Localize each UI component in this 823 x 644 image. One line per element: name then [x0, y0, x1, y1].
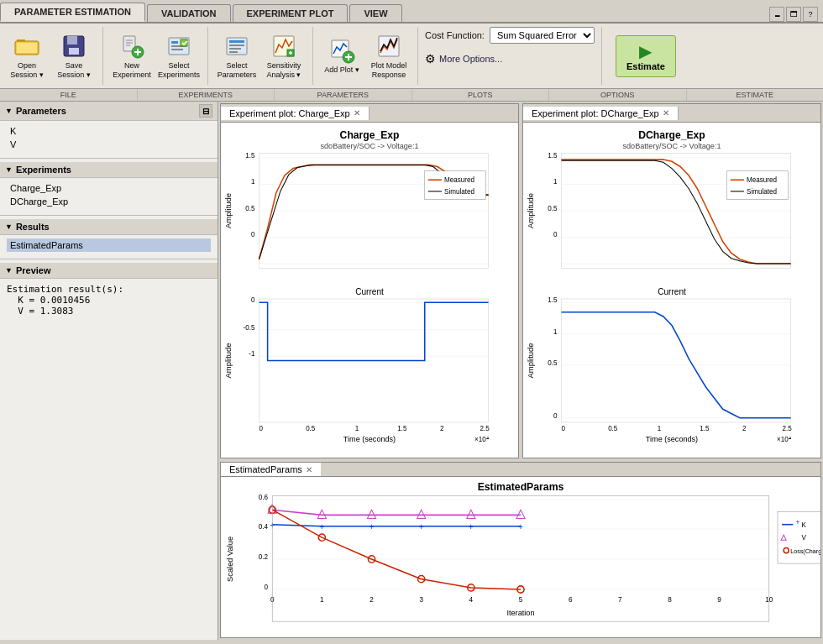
preview-line-1: Estimation result(s): [7, 284, 211, 295]
svg-rect-83 [562, 299, 791, 422]
charge-exp-close[interactable]: ✕ [354, 108, 360, 118]
dcharge-exp-close[interactable]: ✕ [663, 108, 669, 118]
experiments-items: Charge_Exp DCharge_Exp [0, 178, 218, 212]
svg-text:Amplitude: Amplitude [224, 193, 233, 228]
help-btn[interactable]: ? [803, 7, 818, 22]
estimate-button[interactable]: ▶ Estimate [616, 35, 676, 77]
new-experiment-label: NewExperiment [113, 61, 151, 80]
svg-text:0: 0 [562, 425, 566, 432]
svg-text:+: + [370, 522, 375, 531]
charge-exp-subtitle: sdoBattery/SOC -> Voltage:1 [321, 142, 419, 150]
svg-text:0.2: 0.2 [259, 553, 269, 561]
svg-rect-2 [17, 43, 37, 53]
select-parameters-button[interactable]: SelectParameters [215, 29, 259, 83]
top-plots-row: Experiment plot: Charge_Exp ✕ Charge_Exp… [218, 102, 823, 460]
section-plots: PLOTS [412, 89, 550, 101]
svg-text:4: 4 [469, 597, 474, 605]
sidebar-item-V[interactable]: V [7, 138, 211, 151]
select-experiments-icon [165, 33, 192, 60]
experiments-section-header[interactable]: ▼ Experiments [0, 162, 218, 178]
sidebar-item-K[interactable]: K [7, 124, 211, 138]
sensitivity-analysis-button[interactable]: SensitivityAnalysis ▾ [262, 29, 306, 83]
save-session-button[interactable]: SaveSession ▾ [52, 29, 96, 83]
experiments-group: NewExperiment SelectExperiments [110, 27, 208, 85]
sidebar-item-charge-exp[interactable]: Charge_Exp [7, 181, 211, 195]
experiments-arrow: ▼ [5, 165, 13, 174]
dcharge-exp-panel: Experiment plot: DCharge_Exp ✕ DCharge_E… [522, 103, 821, 458]
charge-exp-tab[interactable]: Experiment plot: Charge_Exp ✕ [221, 107, 370, 120]
plot-model-response-button[interactable]: Plot ModelResponse [367, 29, 411, 83]
select-parameters-label: SelectParameters [218, 61, 257, 80]
charge-exp-panel: Experiment plot: Charge_Exp ✕ Charge_Exp… [220, 103, 519, 458]
svg-text:0: 0 [553, 231, 558, 238]
svg-rect-20 [229, 45, 244, 46]
svg-text:V: V [802, 535, 807, 542]
parameters-collapse-btn[interactable]: ⊟ [199, 104, 212, 118]
svg-rect-4 [67, 36, 77, 45]
estimated-params-close[interactable]: ✕ [306, 465, 312, 474]
select-experiments-button[interactable]: SelectExperiments [157, 29, 201, 83]
svg-text:K: K [802, 521, 807, 529]
main-tab-bar: PARAMETER ESTIMATION VALIDATION EXPERIME… [0, 0, 823, 24]
svg-text:0: 0 [251, 231, 255, 238]
svg-text:Time (seconds): Time (seconds) [646, 435, 698, 443]
svg-text:1.5: 1.5 [548, 296, 558, 304]
tab-experiment-plot[interactable]: EXPERIMENT PLOT [233, 4, 349, 22]
new-experiment-button[interactable]: NewExperiment [110, 29, 154, 83]
plot-model-response-label: Plot ModelResponse [371, 61, 407, 80]
svg-text:EstimatedParams: EstimatedParams [478, 482, 564, 494]
estimated-params-panel: EstimatedParams ✕ EstimatedParams 0.6 0.… [220, 462, 821, 638]
add-plot-icon [328, 37, 355, 64]
open-icon [13, 33, 40, 60]
open-session-button[interactable]: OpenSession ▾ [5, 29, 49, 83]
estimated-params-svg: EstimatedParams 0.6 0.4 0.2 0 0 1 [221, 477, 820, 637]
svg-text:2: 2 [440, 425, 444, 432]
section-estimate: ESTIMATE [687, 89, 824, 101]
svg-text:0: 0 [259, 425, 264, 432]
parameters-section-header[interactable]: ▼ Parameters ⊟ [0, 102, 218, 121]
svg-text:Measured: Measured [747, 176, 777, 184]
svg-text:Simulated: Simulated [444, 188, 474, 196]
preview-arrow: ▼ [5, 266, 13, 275]
svg-text:Iteration: Iteration [506, 609, 534, 617]
sidebar-item-estimated-params[interactable]: EstimatedParams [7, 238, 211, 252]
plots-group: Add Plot ▾ Plot ModelResponse [320, 27, 418, 85]
dcharge-exp-canvas: DCharge_Exp sdoBattery/SOC -> Voltage:1 … [523, 123, 820, 458]
estimated-params-tab[interactable]: EstimatedParams ✕ [221, 463, 321, 476]
add-plot-button[interactable]: Add Plot ▾ [320, 34, 364, 78]
cost-function-select[interactable]: Sum Squared Error [490, 27, 595, 44]
tab-validation[interactable]: VALIDATION [147, 4, 231, 22]
minimize-btn[interactable]: 🗕 [769, 7, 784, 22]
svg-text:8: 8 [668, 597, 672, 605]
sidebar-item-dcharge-exp[interactable]: DCharge_Exp [7, 195, 211, 208]
charge-exp-title: Charge_Exp [340, 129, 400, 141]
preview-section-header[interactable]: ▼ Preview [0, 263, 218, 279]
parameters-items: K V [0, 121, 218, 154]
svg-text:9: 9 [717, 597, 721, 605]
charge-exp-svg: Charge_Exp sdoBattery/SOC -> Voltage:1 1… [221, 123, 518, 458]
dcharge-exp-tab[interactable]: Experiment plot: DCharge_Exp ✕ [523, 107, 679, 120]
svg-rect-5 [69, 48, 79, 55]
charge-exp-tab-label: Experiment plot: Charge_Exp [229, 108, 350, 118]
tab-view[interactable]: VIEW [349, 4, 401, 22]
svg-text:×10⁴: ×10⁴ [474, 436, 489, 443]
svg-text:0.6: 0.6 [259, 494, 269, 501]
section-parameters: PARAMETERS [275, 89, 412, 101]
tab-parameter-estimation[interactable]: PARAMETER ESTIMATION [0, 3, 145, 22]
main-area: ▼ Parameters ⊟ K V ▼ Experiments Charge_… [0, 102, 823, 640]
parameters-group: SelectParameters SensitivityAnalysis ▾ [215, 27, 313, 85]
svg-text:+: + [319, 522, 324, 531]
svg-text:Time (seconds): Time (seconds) [343, 435, 396, 443]
save-icon [60, 33, 87, 60]
svg-text:7: 7 [618, 597, 622, 605]
results-section-header[interactable]: ▼ Results [0, 219, 218, 235]
charge-exp-tab-bar: Experiment plot: Charge_Exp ✕ [221, 104, 518, 123]
svg-text:0.5: 0.5 [548, 205, 558, 212]
svg-text:-1: -1 [249, 350, 255, 358]
sensitivity-icon [270, 33, 297, 60]
maximize-btn[interactable]: 🗖 [786, 7, 801, 22]
preview-line-2: K = 0.0010456 [7, 295, 211, 306]
estimated-tab-bar: EstimatedParams ✕ [221, 463, 820, 477]
add-plot-label: Add Plot ▾ [324, 65, 359, 75]
more-options-button[interactable]: More Options... [439, 54, 502, 64]
